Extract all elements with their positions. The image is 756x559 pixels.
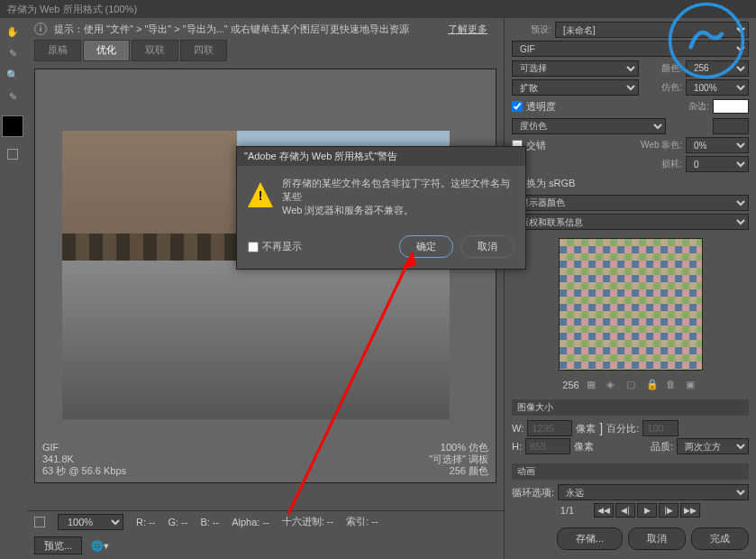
hint-bar: i 提示：使用 "文件" > "导出" > "导出为..." 或右键单击某个图层…: [27, 18, 504, 40]
px-label-2: 像素: [574, 440, 594, 454]
loop-select[interactable]: 永远: [558, 484, 749, 500]
prev-frame-icon[interactable]: ◀|: [615, 503, 635, 518]
quality-select[interactable]: 两次立方: [677, 438, 749, 454]
h-label: H:: [512, 441, 522, 452]
transparency-label: 透明度: [526, 100, 666, 114]
dialog-message: 所存储的某些文件名包含非拉丁字符。这些文件名与某些 Web 浏览器和服务器不兼容…: [282, 177, 515, 217]
palette-select[interactable]: 可选择: [512, 60, 639, 77]
slice-tool-icon[interactable]: ✎: [2, 43, 23, 63]
slice-visibility-icon[interactable]: [2, 144, 23, 164]
info-icon: i: [34, 23, 47, 35]
browser-icon[interactable]: 🌐▾: [91, 540, 109, 552]
b-value: B: --: [200, 517, 219, 527]
toggle-icon[interactable]: [34, 517, 45, 527]
width-input[interactable]: [527, 420, 572, 436]
tab-two-up[interactable]: 双联: [132, 40, 178, 61]
px-label-1: 像素: [576, 422, 596, 435]
play-icon[interactable]: ▶: [637, 503, 657, 518]
index-value: 索引: --: [346, 515, 378, 528]
file-stats-left: GIF 341.8K 63 秒 @ 56.6 Kbps: [42, 442, 126, 477]
dont-show-checkbox[interactable]: [248, 242, 259, 252]
last-frame-icon[interactable]: ▶▶: [680, 503, 700, 518]
palette-icon-1[interactable]: ▦: [587, 379, 599, 391]
palette-icon-2[interactable]: ◈: [606, 379, 619, 391]
view-tabs: 原稿 优化 双联 四联: [27, 40, 504, 61]
lock-icon[interactable]: 🔒: [646, 379, 659, 391]
interlace-label: 交错: [526, 139, 624, 152]
dialog-cancel-button[interactable]: 取消: [460, 235, 515, 258]
next-frame-icon[interactable]: |▶: [659, 503, 679, 518]
zoom-info-row: 100% R: -- G: -- B: -- Alpha: -- 十六进制: -…: [27, 510, 504, 532]
anim-header: 动画: [512, 463, 749, 480]
dither-select[interactable]: 扩散: [512, 79, 639, 96]
palette-icon-3[interactable]: ▢: [626, 379, 639, 391]
dither-label: 仿色:: [642, 81, 682, 94]
websnap-label: Web 靠色:: [628, 139, 682, 151]
trans-dither-select[interactable]: 度仿色: [512, 118, 666, 134]
image-size-header: 图像大小: [512, 399, 749, 416]
pct-input[interactable]: [642, 420, 679, 436]
colors-label: 颜色:: [642, 62, 682, 75]
preview-color-select[interactable]: 显示器颜色: [512, 195, 749, 211]
r-value: R: --: [136, 517, 155, 527]
file-stats-right: 100% 仿色 "可选择" 调板 256 颜色: [429, 442, 488, 477]
save-button[interactable]: 存储...: [557, 527, 623, 550]
preview-button[interactable]: 预览...: [34, 536, 82, 554]
tab-original[interactable]: 原稿: [34, 40, 81, 61]
preset-select[interactable]: [未命名]: [555, 22, 749, 38]
trash-icon[interactable]: 🗑: [666, 379, 679, 391]
palette-count: 256: [562, 380, 578, 390]
color-palette[interactable]: [559, 238, 703, 371]
transparency-checkbox[interactable]: [512, 101, 523, 112]
w-label: W:: [512, 423, 524, 434]
trans-dither-num[interactable]: [713, 118, 749, 134]
tab-four-up[interactable]: 四联: [180, 40, 227, 61]
matte-swatch[interactable]: [713, 99, 749, 114]
preview-canvas: GIF 341.8K 63 秒 @ 56.6 Kbps 100% 仿色 "可选择…: [34, 69, 496, 483]
colors-select[interactable]: 256: [686, 60, 749, 77]
window-titlebar: 存储为 Web 所用格式 (100%): [0, 0, 756, 18]
srgb-label: 换为 sRGB: [526, 177, 575, 190]
dither-pct-select[interactable]: 100%: [686, 79, 749, 96]
format-select[interactable]: GIF: [512, 41, 749, 57]
preset-label: 预设:: [512, 23, 551, 36]
height-input[interactable]: [525, 438, 570, 454]
metadata-select[interactable]: 版权和联系信息: [512, 214, 749, 230]
left-toolbar: ✋ ✎ 🔍 ✎: [0, 18, 27, 559]
loop-label: 循环选项:: [512, 486, 554, 499]
quality-label: 品质:: [651, 440, 673, 454]
color-swatch[interactable]: [2, 115, 23, 137]
add-icon[interactable]: ▣: [686, 379, 698, 391]
matte-label: 杂边:: [669, 100, 709, 113]
websnap-select[interactable]: 0%: [686, 137, 749, 153]
pct-label: 百分比:: [606, 422, 639, 435]
cancel-button[interactable]: 取消: [628, 527, 686, 550]
first-frame-icon[interactable]: ◀◀: [594, 503, 614, 518]
zoom-tool-icon[interactable]: 🔍: [2, 65, 23, 85]
learn-more-link[interactable]: 了解更多: [448, 23, 487, 36]
done-button[interactable]: 完成: [691, 527, 749, 550]
alpha-value: Alpha: --: [232, 517, 269, 527]
warning-dialog: "Adobe 存储为 Web 所用格式"警告 所存储的某些文件名包含非拉丁字符。…: [236, 146, 526, 270]
right-panel: 预设: [未命名] GIF 可选择 颜色: 256 扩散 仿色: 100% 透明…: [504, 18, 756, 559]
tab-optimized[interactable]: 优化: [83, 40, 130, 61]
hex-value: 十六进制: --: [282, 515, 333, 528]
frame-indicator: 1/1: [560, 505, 574, 516]
hint-text: 提示：使用 "文件" > "导出" > "导出为..." 或右键单击某个图层可更…: [54, 23, 409, 36]
ok-button[interactable]: 确定: [399, 235, 453, 258]
dialog-title: "Adobe 存储为 Web 所用格式"警告: [237, 147, 525, 166]
lossy-label: 损耗:: [642, 158, 682, 170]
zoom-select[interactable]: 100%: [58, 514, 123, 530]
warning-icon: [248, 182, 273, 207]
dont-show-label: 不再显示: [262, 240, 302, 253]
g-value: G: --: [168, 517, 187, 527]
lossy-select[interactable]: 0: [686, 156, 749, 172]
eyedropper-tool-icon[interactable]: ✎: [2, 87, 23, 106]
hand-tool-icon[interactable]: ✋: [2, 22, 23, 41]
